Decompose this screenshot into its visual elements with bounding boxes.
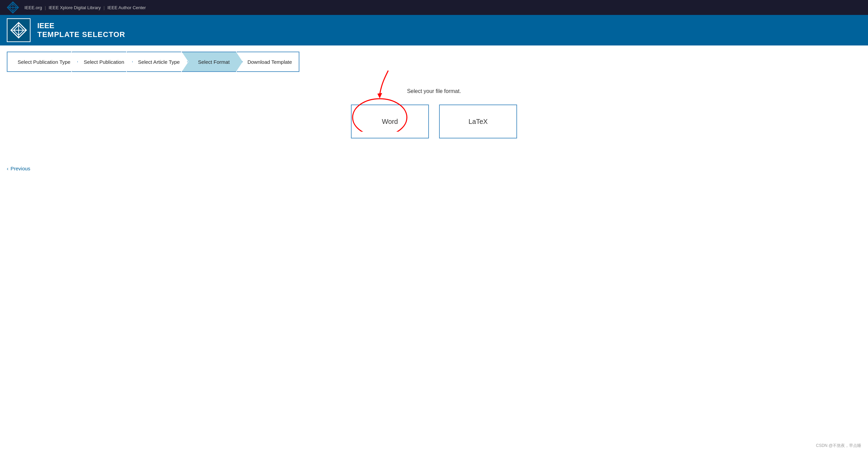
breadcrumb-step-5[interactable]: Download Template [237, 52, 299, 72]
header-icon-box [7, 18, 31, 42]
ieee-logo-icon [7, 1, 19, 14]
topbar-link-xplore[interactable]: IEEE Xplore Digital Library [48, 5, 101, 10]
header-logo-icon [10, 22, 27, 39]
format-buttons: Word LaTeX [14, 105, 854, 138]
topbar-link-ieee[interactable]: IEEE.org [24, 5, 42, 10]
breadcrumb-step-1[interactable]: Select Publication Type [7, 52, 78, 72]
previous-button[interactable]: ‹ Previous [7, 166, 30, 171]
instruction-text: Select your file format. [14, 88, 854, 94]
breadcrumb: Select Publication Type Select Publicati… [0, 45, 868, 78]
topbar: IEEE.org | IEEE Xplore Digital Library |… [0, 0, 868, 15]
topbar-link-author[interactable]: IEEE Author Center [107, 5, 146, 10]
ieee-label: IEEE [37, 21, 125, 30]
chevron-left-icon: ‹ [7, 166, 8, 171]
main-content: Select your file format. Word LaTeX [0, 78, 868, 162]
breadcrumb-step-4[interactable]: Select Format [182, 52, 243, 72]
word-button-container: Word [351, 105, 429, 138]
footer-note: CSDN @不熬夜，早点睡 [816, 443, 861, 449]
page-header: IEEE TEMPLATE SELECTOR [0, 15, 868, 45]
breadcrumb-step-2[interactable]: Select Publication [72, 52, 133, 72]
latex-format-button[interactable]: LaTeX [439, 105, 517, 138]
template-selector-label: TEMPLATE SELECTOR [37, 30, 125, 39]
prev-section: ‹ Previous [0, 162, 868, 175]
header-text: IEEE TEMPLATE SELECTOR [37, 21, 125, 39]
breadcrumb-inner: Select Publication Type Select Publicati… [7, 52, 299, 72]
word-format-button[interactable]: Word [351, 105, 429, 138]
topbar-links: IEEE.org | IEEE Xplore Digital Library |… [24, 5, 146, 10]
breadcrumb-step-3[interactable]: Select Article Type [127, 52, 188, 72]
topbar-logo [7, 1, 19, 14]
